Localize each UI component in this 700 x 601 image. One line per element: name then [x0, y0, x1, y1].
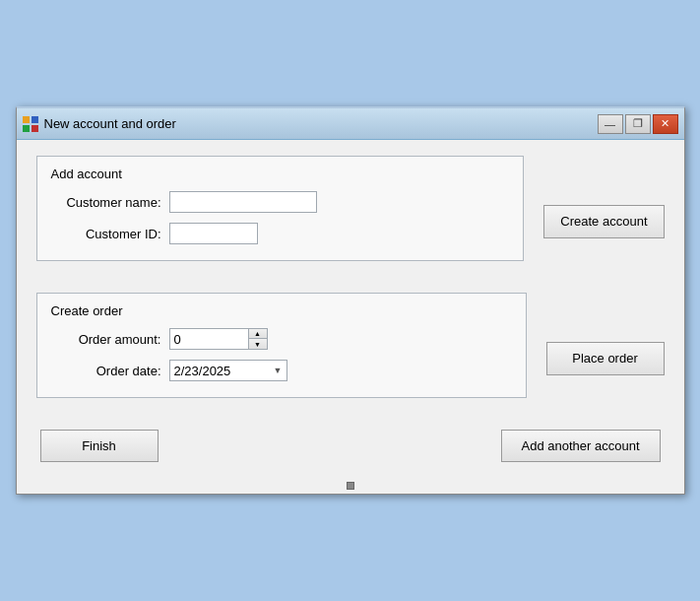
- add-another-account-button[interactable]: Add another account: [501, 430, 661, 462]
- order-date-label: Order date:: [51, 364, 169, 378]
- resize-handle[interactable]: [347, 482, 354, 490]
- finish-button[interactable]: Finish: [40, 430, 159, 462]
- customer-name-row: Customer name:: [51, 191, 510, 213]
- order-date-row: Order date: 2/23/2025: [51, 360, 512, 381]
- title-buttons: — ❐ ✕: [598, 114, 678, 134]
- resize-handle-area: [17, 482, 684, 494]
- minimize-button[interactable]: —: [598, 114, 623, 134]
- date-wrapper: 2/23/2025: [169, 360, 287, 381]
- create-order-group: Create order Order amount: ▲ ▼ Order dat: [36, 293, 665, 414]
- customer-id-label: Customer ID:: [51, 227, 169, 241]
- place-order-area: Place order: [546, 293, 665, 414]
- customer-id-row: Customer ID:: [51, 223, 510, 244]
- customer-id-input[interactable]: [169, 223, 258, 244]
- title-bar-left: New account and order: [23, 116, 176, 132]
- create-order-title: Create order: [51, 303, 512, 318]
- svg-rect-0: [23, 116, 30, 123]
- main-window: New account and order — ❐ ✕ Add account …: [16, 106, 685, 495]
- order-date-select[interactable]: 2/23/2025: [169, 360, 287, 381]
- customer-name-input[interactable]: [169, 191, 317, 213]
- order-amount-row: Order amount: ▲ ▼: [51, 328, 512, 350]
- customer-name-label: Customer name:: [51, 195, 169, 210]
- order-amount-label: Order amount:: [51, 332, 169, 347]
- create-account-button[interactable]: Create account: [543, 205, 664, 238]
- restore-button[interactable]: ❐: [625, 114, 651, 134]
- order-amount-spinner: ▲ ▼: [169, 328, 268, 350]
- order-amount-input[interactable]: [169, 328, 248, 350]
- svg-rect-3: [32, 125, 38, 132]
- svg-rect-1: [32, 116, 38, 123]
- title-bar: New account and order — ❐ ✕: [17, 108, 684, 140]
- place-order-button[interactable]: Place order: [546, 342, 665, 375]
- bottom-buttons: Finish Add another account: [36, 430, 665, 462]
- add-account-box-container: Add account Customer name: Customer ID:: [36, 156, 525, 277]
- content-area: Add account Customer name: Customer ID: …: [17, 140, 684, 482]
- window-title: New account and order: [44, 116, 176, 131]
- svg-rect-2: [23, 125, 30, 132]
- close-button[interactable]: ✕: [653, 114, 678, 134]
- spinner-buttons: ▲ ▼: [248, 328, 268, 350]
- add-account-group: Add account Customer name: Customer ID: …: [36, 156, 665, 277]
- create-order-section: Create order Order amount: ▲ ▼ Order dat: [36, 293, 527, 398]
- spin-down-button[interactable]: ▼: [249, 339, 267, 349]
- add-account-section: Add account Customer name: Customer ID:: [36, 156, 525, 261]
- spin-up-button[interactable]: ▲: [249, 329, 267, 339]
- create-order-box-container: Create order Order amount: ▲ ▼ Order dat: [36, 293, 527, 414]
- app-icon: [23, 116, 38, 132]
- add-account-title: Add account: [51, 167, 510, 181]
- create-account-area: Create account: [543, 156, 664, 277]
